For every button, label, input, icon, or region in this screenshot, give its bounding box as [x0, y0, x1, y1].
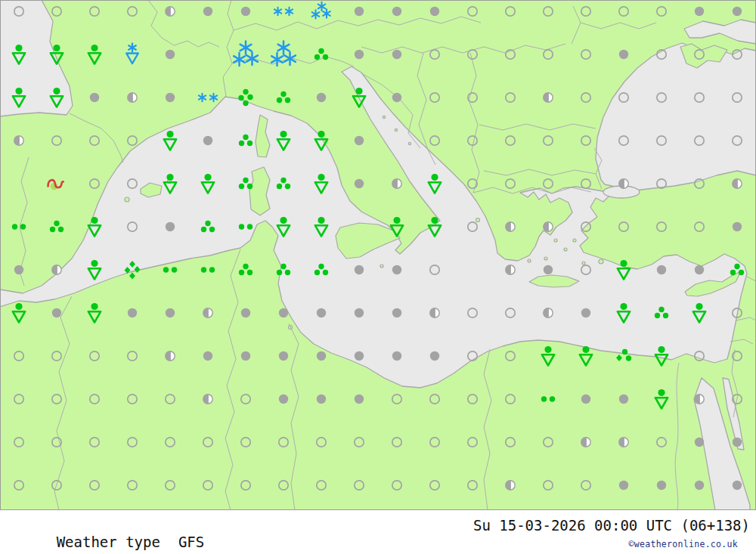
weather-symbol-clear	[379, 381, 415, 417]
weather-symbol-clear	[228, 424, 264, 460]
weather-symbol-rain	[265, 79, 302, 116]
weather-symbol-cloudy	[341, 295, 377, 331]
weather-symbol-rain-shower	[568, 338, 604, 374]
weather-symbol-rain-shower	[265, 209, 302, 245]
weather-symbol-snow	[265, 0, 302, 29]
weather-symbol-snow-shower	[114, 36, 150, 73]
weather-symbol-clear	[643, 209, 680, 245]
weather-symbol-clear	[719, 122, 755, 159]
weather-symbol-clear	[39, 424, 75, 460]
weather-symbol-clear	[76, 166, 113, 202]
weather-symbol-rain-shower	[303, 122, 339, 159]
weather-symbol-clear	[454, 209, 491, 245]
weather-symbol-partly-cloudy	[190, 381, 226, 417]
weather-symbol-partly-cloudy	[492, 252, 528, 288]
weather-symbol-layer	[0, 0, 756, 510]
weather-symbol-partly-cloudy	[379, 166, 415, 202]
weather-symbol-cloudy	[152, 79, 188, 116]
weather-symbol-cloudy	[606, 467, 642, 503]
weather-symbol-rain-shower	[76, 252, 113, 288]
weather-symbol-rain	[39, 209, 75, 245]
weather-symbol-partly-cloudy	[152, 338, 188, 374]
weather-symbol-clear	[454, 338, 491, 374]
weather-symbol-heavy-rain	[228, 79, 264, 116]
weather-symbol-clear	[265, 424, 302, 460]
weather-symbol-rain	[190, 209, 226, 245]
weather-symbol-cloudy	[530, 252, 566, 288]
weather-symbol-snow-cluster	[303, 0, 339, 29]
weather-symbol-clear	[454, 381, 491, 417]
weather-symbol-clear	[417, 36, 453, 73]
weather-symbol-partly-cloudy	[606, 424, 642, 460]
weather-symbol-clear	[568, 252, 604, 288]
weather-symbol-clear	[454, 424, 491, 460]
weather-symbol-clear	[1, 338, 37, 374]
weather-symbol-rain-shower	[152, 166, 188, 202]
weather-symbol-clear	[606, 209, 642, 245]
weather-symbol-clear	[454, 0, 491, 29]
weather-symbol-clear	[265, 467, 302, 503]
weather-symbol-rain-shower	[681, 295, 717, 331]
weather-symbol-clear	[1, 0, 37, 29]
weather-symbol-clear	[1, 424, 37, 460]
weather-symbol-clear	[76, 338, 113, 374]
weather-symbol-rain-shower	[643, 338, 680, 374]
weather-symbol-rain-shower	[341, 79, 377, 116]
weather-symbol-rain	[265, 166, 302, 202]
weather-symbol-clear	[719, 36, 755, 73]
weather-symbol-clear	[568, 467, 604, 503]
weather-symbol-clear	[606, 122, 642, 159]
weather-symbol-snow-heavy	[228, 36, 264, 73]
weather-symbol-cloudy	[719, 209, 755, 245]
weather-symbol-clear	[568, 122, 604, 159]
weather-symbol-clear	[190, 424, 226, 460]
weather-symbol-clear	[114, 467, 150, 503]
weather-symbol-rain-shower	[643, 381, 680, 417]
weather-symbol-partly-cloudy	[719, 166, 755, 202]
weather-symbol-clear	[417, 381, 453, 417]
weather-symbol-clear	[379, 467, 415, 503]
valid-time: Su 15-03-2026 00:00 UTC (06+138)	[473, 517, 750, 534]
weather-symbol-clear	[643, 166, 680, 202]
weather-symbol-clear	[454, 36, 491, 73]
weather-symbol-cloudy	[606, 381, 642, 417]
weather-symbol-cloudy	[341, 166, 377, 202]
weather-symbol-cloudy	[190, 0, 226, 29]
weather-symbol-rain-shower	[1, 295, 37, 331]
weather-symbol-clear	[606, 0, 642, 29]
weather-symbol-cloudy	[643, 252, 680, 288]
weather-symbol-partly-cloudy	[152, 0, 188, 29]
weather-symbol-clear	[1, 467, 37, 503]
weather-symbol-clear	[681, 36, 717, 73]
weather-symbol-sleet-mix	[606, 338, 642, 374]
product-label: Weather type	[57, 534, 160, 550]
weather-symbol-cloudy	[643, 467, 680, 503]
weather-symbol-rain-shower	[417, 209, 453, 245]
weather-symbol-cloudy	[379, 252, 415, 288]
weather-symbol-partly-cloudy	[681, 381, 717, 417]
weather-symbol-partly-cloudy	[417, 295, 453, 331]
weather-symbol-clear	[492, 0, 528, 29]
weather-symbol-clear	[76, 0, 113, 29]
weather-symbol-clear	[492, 122, 528, 159]
weather-symbol-clear	[454, 166, 491, 202]
weather-symbol-rain	[265, 252, 302, 288]
weather-symbol-cloudy	[379, 338, 415, 374]
weather-symbol-cloudy	[379, 0, 415, 29]
weather-symbol-cloudy	[152, 36, 188, 73]
copyright-link[interactable]: ©weatheronline.co.uk	[629, 539, 738, 549]
weather-symbol-rain	[643, 295, 680, 331]
weather-symbol-cloudy	[265, 338, 302, 374]
weather-symbol-clear	[719, 381, 755, 417]
weather-symbol-clear	[39, 122, 75, 159]
weather-symbol-clear	[379, 424, 415, 460]
weather-symbol-rain-shower	[76, 209, 113, 245]
weather-symbol-clear	[568, 166, 604, 202]
weather-symbol-drizzle	[190, 252, 226, 288]
weather-symbol-clear	[39, 338, 75, 374]
weather-symbol-clear	[530, 122, 566, 159]
weather-symbol-rain-shower	[76, 36, 113, 73]
weather-symbol-cloudy	[719, 424, 755, 460]
weather-symbol-sleet	[114, 252, 150, 288]
weather-symbol-clear	[454, 79, 491, 116]
